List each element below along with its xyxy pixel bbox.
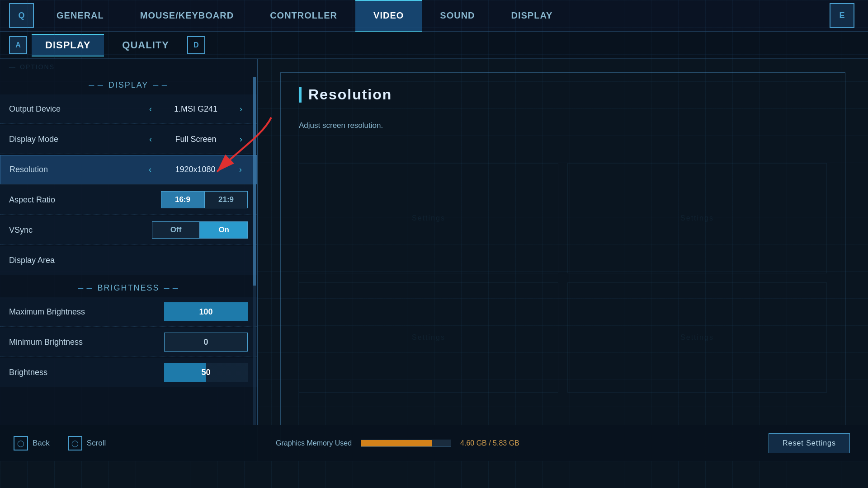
resolution-next[interactable]: › bbox=[234, 161, 247, 179]
memory-bar bbox=[361, 440, 451, 447]
memory-text: 4.60 GB / 5.83 GB bbox=[460, 439, 519, 447]
output-device-next[interactable]: › bbox=[234, 100, 248, 118]
scroll-icon: ◯ bbox=[68, 436, 82, 450]
back-button[interactable]: ◯ Back bbox=[14, 436, 50, 450]
main-content: OPTIONS Display Output Device ‹ 1.MSI G2… bbox=[0, 59, 868, 461]
vsync-row: VSync Off On bbox=[0, 216, 257, 245]
sub-nav-a-icon[interactable]: A bbox=[9, 36, 27, 54]
resolution-description: Adjust screen resolution. bbox=[299, 119, 827, 131]
ghost-box-1: Settings bbox=[299, 163, 558, 273]
display-area-row: Display Area bbox=[0, 246, 257, 275]
display-area-label: Display Area bbox=[9, 256, 248, 265]
vsync-label: VSync bbox=[9, 225, 152, 235]
tab-controller[interactable]: Controller bbox=[252, 0, 355, 32]
ghost-box-3: Settings bbox=[299, 282, 558, 393]
display-mode-prev[interactable]: ‹ bbox=[144, 130, 157, 148]
scrollbar-thumb bbox=[253, 77, 256, 286]
tab-display[interactable]: Display bbox=[493, 0, 571, 32]
display-mode-next[interactable]: › bbox=[234, 130, 248, 148]
aspect-btn-16-9[interactable]: 16:9 bbox=[161, 191, 204, 208]
max-brightness-label: Maximum Brightness bbox=[9, 307, 164, 317]
vsync-off-btn[interactable]: Off bbox=[152, 221, 200, 239]
tab-sound[interactable]: Sound bbox=[422, 0, 493, 32]
sub-tab-quality[interactable]: Quality bbox=[108, 34, 183, 56]
sub-navigation: A Display Quality D bbox=[0, 32, 868, 59]
footer: ◯ Back ◯ Scroll bbox=[0, 425, 258, 461]
output-device-row: Output Device ‹ 1.MSI G241 › bbox=[0, 94, 257, 124]
reset-settings-button[interactable]: Reset Settings bbox=[769, 433, 850, 453]
memory-bar-fill bbox=[361, 440, 432, 446]
brightness-row: Brightness 50 bbox=[0, 358, 257, 387]
output-device-label: Output Device bbox=[9, 104, 144, 114]
min-brightness-row: Minimum Brightness 0 bbox=[0, 328, 257, 357]
output-device-value: 1.MSI G241 bbox=[162, 104, 230, 114]
aspect-btn-21-9[interactable]: 21:9 bbox=[204, 191, 248, 208]
brightness-section-header: Brightness bbox=[0, 280, 257, 296]
tab-video[interactable]: Video bbox=[355, 0, 422, 32]
vsync-on-btn[interactable]: On bbox=[200, 221, 248, 239]
nav-q-icon[interactable]: Q bbox=[9, 3, 34, 28]
scroll-button[interactable]: ◯ Scroll bbox=[68, 436, 106, 450]
max-brightness-row: Maximum Brightness 100 bbox=[0, 297, 257, 327]
vsync-control: Off On bbox=[152, 221, 248, 239]
aspect-ratio-label: Aspect Ratio bbox=[9, 195, 161, 205]
back-label: Back bbox=[33, 439, 50, 448]
brightness-label: Brightness bbox=[9, 368, 164, 377]
min-brightness-label: Minimum Brightness bbox=[9, 338, 164, 347]
ghost-settings: Settings Settings Settings Settings bbox=[299, 163, 827, 393]
memory-label: Graphics Memory Used bbox=[276, 439, 352, 447]
right-panel-inner: Resolution Adjust screen resolution. Set… bbox=[280, 72, 845, 447]
resolution-title: Resolution bbox=[299, 86, 827, 110]
ghost-box-2: Settings bbox=[567, 163, 827, 273]
output-device-prev[interactable]: ‹ bbox=[144, 100, 157, 118]
display-mode-control: ‹ Full Screen › bbox=[144, 130, 248, 148]
resolution-label: Resolution bbox=[9, 165, 143, 174]
max-brightness-value[interactable]: 100 bbox=[164, 302, 248, 321]
display-mode-row: Display Mode ‹ Full Screen › bbox=[0, 125, 257, 154]
resolution-prev[interactable]: ‹ bbox=[143, 161, 157, 179]
memory-section: Graphics Memory Used 4.60 GB / 5.83 GB bbox=[276, 439, 519, 447]
resolution-row: Resolution ‹ 868x488 › bbox=[0, 155, 257, 184]
scroll-label: Scroll bbox=[87, 439, 106, 448]
bottom-bar: Graphics Memory Used 4.60 GB / 5.83 GB R… bbox=[258, 425, 868, 461]
display-section-header: Display bbox=[0, 77, 257, 94]
display-mode-value: Full Screen bbox=[162, 135, 230, 144]
sub-tab-display[interactable]: Display bbox=[32, 34, 104, 56]
aspect-ratio-row: Aspect Ratio 16:9 21:9 bbox=[0, 185, 257, 215]
resolution-control: ‹ 868x488 › bbox=[143, 161, 247, 179]
nav-e-icon[interactable]: E bbox=[830, 3, 854, 28]
ghost-box-4: Settings bbox=[567, 282, 827, 393]
tab-general[interactable]: General bbox=[38, 0, 122, 32]
resolution-value: 868x488 bbox=[161, 165, 229, 174]
scrollbar[interactable] bbox=[253, 77, 256, 425]
top-navigation: Q General Mouse/Keyboard Controller Vide… bbox=[0, 0, 868, 32]
display-mode-label: Display Mode bbox=[9, 135, 144, 144]
min-brightness-value[interactable]: 0 bbox=[164, 333, 248, 352]
brightness-value[interactable]: 50 bbox=[164, 363, 248, 382]
aspect-ratio-control: 16:9 21:9 bbox=[161, 191, 248, 208]
right-panel: Resolution Adjust screen resolution. Set… bbox=[258, 59, 868, 461]
tab-mouse-keyboard[interactable]: Mouse/Keyboard bbox=[122, 0, 252, 32]
sub-nav-d-icon[interactable]: D bbox=[187, 36, 205, 54]
left-panel: Display Output Device ‹ 1.MSI G241 › Dis… bbox=[0, 59, 258, 461]
back-icon: ◯ bbox=[14, 436, 28, 450]
output-device-control: ‹ 1.MSI G241 › bbox=[144, 100, 248, 118]
